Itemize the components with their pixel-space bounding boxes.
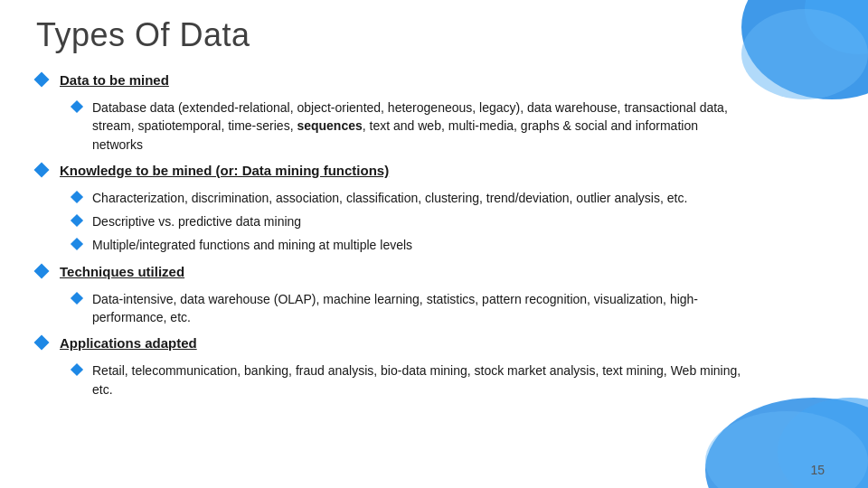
l1-item-knowledge-mined: Knowledge to be mined (or: Data mining f… bbox=[36, 161, 832, 180]
l2-text-characterization: Characterization, discrimination, associ… bbox=[92, 189, 687, 207]
section-applications: Applications adapted Retail, telecommuni… bbox=[36, 333, 832, 399]
l1-item-data-mined: Data to be mined bbox=[36, 70, 832, 89]
section-knowledge-mined: Knowledge to be mined (or: Data mining f… bbox=[36, 161, 832, 255]
l1-item-applications: Applications adapted bbox=[36, 333, 832, 352]
main-content: Types Of Data Data to be mined Database … bbox=[0, 0, 868, 424]
l2-text-descriptive: Descriptive vs. predictive data mining bbox=[92, 212, 301, 230]
page-number: 15 bbox=[810, 463, 825, 477]
diamond-icon-l1-3 bbox=[34, 263, 50, 278]
section-techniques: Techniques utilized Data-intensive, data… bbox=[36, 262, 832, 327]
page-title: Types Of Data bbox=[36, 16, 832, 54]
diamond-icon-l2-1 bbox=[71, 100, 83, 113]
l2-item-retail: Retail, telecommunication, banking, frau… bbox=[72, 361, 832, 399]
l1-item-techniques: Techniques utilized bbox=[36, 262, 832, 281]
l2-item-characterization: Characterization, discrimination, associ… bbox=[72, 189, 832, 207]
l1-label-knowledge-mined: Knowledge to be mined (or: Data mining f… bbox=[60, 161, 389, 180]
l2-item-data-intensive: Data-intensive, data warehouse (OLAP), m… bbox=[72, 290, 832, 327]
l2-text-retail: Retail, telecommunication, banking, frau… bbox=[92, 361, 743, 399]
diamond-icon-l2-2 bbox=[71, 191, 83, 203]
diamond-icon-l1-4 bbox=[34, 335, 50, 351]
section-data-to-be-mined: Data to be mined Database data (extended… bbox=[36, 70, 832, 154]
l2-text-multiple: Multiple/integrated functions and mining… bbox=[92, 236, 412, 254]
l1-label-applications: Applications adapted bbox=[60, 333, 197, 352]
l2-item-database: Database data (extended-relational, obje… bbox=[72, 99, 832, 154]
l2-item-descriptive: Descriptive vs. predictive data mining bbox=[72, 212, 832, 230]
diamond-icon-l1-2 bbox=[34, 162, 50, 177]
l2-text-database: Database data (extended-relational, obje… bbox=[92, 99, 743, 154]
l2-text-data-intensive: Data-intensive, data warehouse (OLAP), m… bbox=[92, 290, 743, 327]
diamond-icon-l2-5 bbox=[71, 292, 83, 305]
diamond-icon-l1 bbox=[34, 72, 50, 88]
diamond-icon-l2-3 bbox=[71, 214, 83, 227]
diamond-icon-l2-6 bbox=[71, 363, 83, 376]
diamond-icon-l2-4 bbox=[71, 238, 83, 250]
l2-item-multiple: Multiple/integrated functions and mining… bbox=[72, 236, 832, 254]
l1-label-techniques: Techniques utilized bbox=[60, 262, 184, 281]
l1-label-data-mined: Data to be mined bbox=[60, 70, 169, 89]
